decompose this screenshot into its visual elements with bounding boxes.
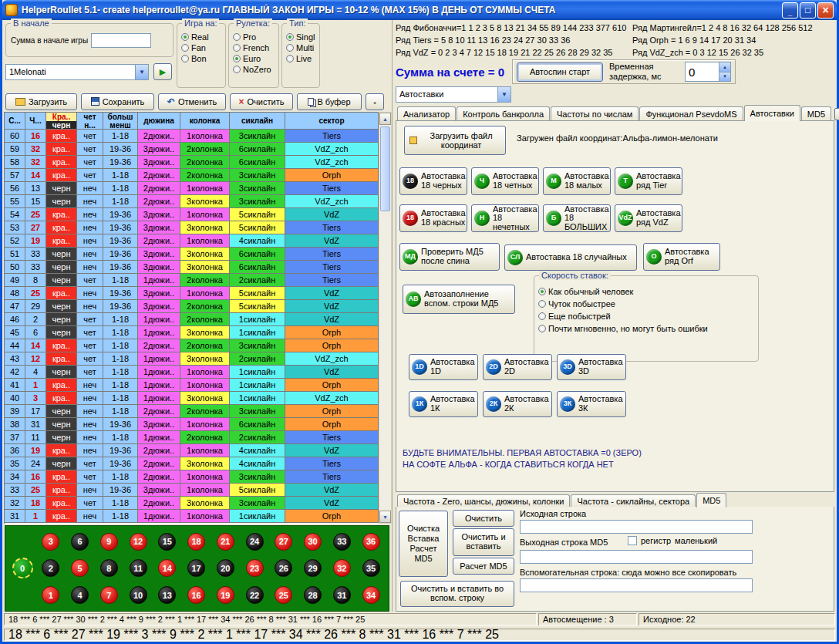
board-number-33[interactable]: 33	[333, 533, 351, 551]
board-number-30[interactable]: 30	[304, 533, 322, 551]
game-option[interactable]: Bon	[181, 54, 224, 63]
bet-button-4[interactable]: ТАвтоставка ряд Tier	[615, 167, 682, 195]
board-number-0[interactable]: 0	[12, 558, 33, 578]
board-number-19[interactable]: 19	[217, 586, 234, 604]
maximize-button[interactable]: □	[800, 2, 816, 19]
board-number-26[interactable]: 26	[275, 559, 292, 577]
board-number-27[interactable]: 27	[275, 533, 292, 551]
board-number-3[interactable]: 3	[42, 533, 59, 551]
spinner-down-icon[interactable]: ▼	[719, 72, 730, 82]
board-number-14[interactable]: 14	[158, 559, 176, 577]
bottom-tab-2[interactable]: Частота - сиклайны, сектора	[571, 494, 696, 507]
register-checkbox[interactable]	[628, 536, 637, 545]
board-number-13[interactable]: 13	[158, 586, 176, 604]
play-button[interactable]: ▶	[153, 63, 172, 80]
profile-select[interactable]: 1Melonati ▼	[5, 64, 149, 80]
roulette-option[interactable]: NoZero	[233, 65, 277, 74]
type-option[interactable]: Live	[286, 54, 318, 63]
board-number-35[interactable]: 35	[362, 559, 380, 577]
type-option[interactable]: Multi	[286, 43, 318, 52]
type-option[interactable]: Singl	[286, 32, 318, 42]
board-number-6[interactable]: 6	[71, 533, 89, 551]
tab-4[interactable]: Функционал PsevdoMS	[639, 106, 743, 120]
scroll-down-icon[interactable]: ▼	[379, 511, 391, 523]
md5-clear-paste-aux-button[interactable]: Очистить и вставить во вспом. строку	[400, 581, 514, 607]
bet-button-1[interactable]: 18Автоставка 18 черных	[399, 167, 467, 195]
board-number-11[interactable]: 11	[130, 559, 147, 577]
bet-button-3[interactable]: МАвтоставка 18 малых	[543, 167, 611, 195]
board-number-23[interactable]: 23	[246, 559, 264, 577]
save-button[interactable]: Сохранить	[81, 93, 154, 110]
scroll-up-icon[interactable]: ▲	[379, 113, 391, 125]
board-number-4[interactable]: 4	[71, 586, 89, 604]
aux-string-input[interactable]	[520, 578, 753, 592]
board-number-1[interactable]: 1	[42, 586, 59, 604]
bet-2k-button[interactable]: 2КАвтоставка 2К	[483, 391, 552, 417]
tab-5[interactable]: Автоставки	[744, 105, 800, 121]
board-number-9[interactable]: 9	[100, 533, 118, 551]
tab-scroll-left-icon[interactable]: ◄	[834, 108, 839, 120]
bet-button-8[interactable]: VdZАвтоставка ряд VdZ	[615, 204, 682, 232]
board-number-10[interactable]: 10	[130, 586, 147, 604]
tab-3[interactable]: Частоты по числам	[551, 106, 639, 120]
load-coordinates-button[interactable]: Загрузить файл координат	[404, 126, 506, 155]
table-scrollbar[interactable]: ▲ ▼	[379, 112, 392, 524]
undo-button[interactable]: ↶Отменить	[158, 93, 226, 110]
scrollbar-thumb[interactable]	[380, 126, 390, 211]
board-number-7[interactable]: 7	[100, 586, 118, 604]
buffer-button[interactable]: В буфер	[297, 93, 362, 110]
board-number-28[interactable]: 28	[304, 586, 322, 604]
board-number-22[interactable]: 22	[246, 586, 264, 604]
bet-button-2[interactable]: ЧАвтоставка 18 четных	[471, 167, 539, 195]
spinner-up-icon[interactable]: ▲	[719, 62, 730, 72]
board-number-15[interactable]: 15	[158, 533, 176, 551]
source-string-input[interactable]	[520, 520, 753, 534]
board-number-16[interactable]: 16	[187, 586, 205, 604]
game-option[interactable]: Fan	[181, 43, 224, 52]
check-md5-button[interactable]: МДПроверить МД5 после спина	[399, 243, 500, 271]
autofill-md5-button[interactable]: АВАвтозаполнение вспом. строки МД5	[403, 285, 515, 314]
minus-button[interactable]: -	[366, 93, 384, 110]
bet-button-6[interactable]: НАвтоставка 18 нечетных	[471, 204, 539, 232]
board-number-12[interactable]: 12	[130, 533, 147, 551]
board-number-36[interactable]: 36	[362, 533, 380, 551]
board-number-34[interactable]: 34	[362, 586, 380, 604]
delay-input[interactable]	[686, 62, 719, 81]
tab-1[interactable]: Анализатор	[397, 106, 456, 120]
minimize-button[interactable]: _	[782, 2, 798, 19]
roulette-option[interactable]: French	[233, 43, 277, 52]
board-number-20[interactable]: 20	[217, 559, 234, 577]
roulette-option[interactable]: Euro	[233, 54, 277, 63]
board-number-5[interactable]: 5	[71, 559, 89, 577]
bet-random-button[interactable]: СЛАвтоставка 18 случайных	[504, 244, 637, 271]
board-number-24[interactable]: 24	[246, 533, 264, 551]
board-number-8[interactable]: 8	[100, 559, 118, 577]
speed-option[interactable]: Почти мгновенно, но могут быть ошибки	[538, 324, 756, 333]
chevron-down-icon[interactable]: ▼	[497, 87, 510, 102]
board-number-32[interactable]: 32	[333, 559, 351, 577]
bet-button-7[interactable]: БАвтоставка 18 БОЛЬШИХ	[543, 204, 611, 232]
board-number-18[interactable]: 18	[187, 533, 205, 551]
md5-clear-button[interactable]: Очистить	[453, 510, 514, 527]
board-number-2[interactable]: 2	[42, 559, 59, 577]
bottom-tab-1[interactable]: Частота - Zero, шансы, дюжины, колонки	[397, 494, 570, 507]
board-number-29[interactable]: 29	[304, 559, 322, 577]
scrollbar-track[interactable]	[379, 125, 391, 511]
autospin-start-button[interactable]: Автоспин старт	[517, 62, 603, 82]
close-button[interactable]: ×	[817, 2, 834, 19]
roulette-option[interactable]: Pro	[233, 32, 277, 42]
bottom-tab-3[interactable]: MD5	[696, 493, 726, 507]
clear-button[interactable]: ×Очистить	[230, 93, 293, 110]
game-option[interactable]: Real	[181, 32, 224, 42]
output-string-input[interactable]	[520, 550, 753, 564]
start-sum-input[interactable]	[91, 33, 151, 48]
md5-clear-paste-button[interactable]: Очистить и вставить	[453, 528, 514, 556]
md5-calc-button[interactable]: Расчет MD5	[453, 558, 514, 575]
bet-3k-button[interactable]: 3КАвтоставка 3К	[557, 391, 626, 417]
load-button[interactable]: Загрузить	[5, 93, 77, 110]
chevron-down-icon[interactable]: ▼	[135, 65, 148, 79]
md5-all-in-one-button[interactable]: Очистка Вставка Расчет MD5	[399, 511, 448, 577]
bet-3d-button[interactable]: 3DАвтоставка 3D	[557, 354, 626, 380]
speed-option[interactable]: Чуток побыстрее	[538, 299, 756, 309]
speed-option[interactable]: Как обычный человек	[538, 287, 756, 296]
